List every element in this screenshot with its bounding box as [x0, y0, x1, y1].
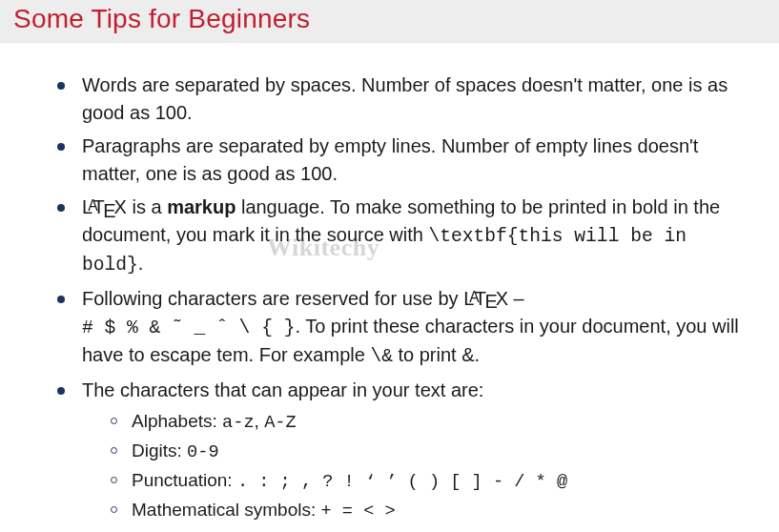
item-text: is a [127, 196, 167, 217]
sub-label: Digits: [132, 440, 187, 460]
sub-list: Alphabets: a-z, A-Z Digits: 0-9 Punctuat… [82, 408, 741, 524]
bullet-list: Words are separated by spaces. Number of… [57, 72, 741, 524]
title-band: Some Tips for Beginners [0, 0, 779, 43]
item-text: Following characters are reserved for us… [82, 288, 463, 309]
sub-label: Mathematical symbols: [132, 500, 321, 520]
code-text: . : ; , ? ! ‘ ’ ( ) [ ] - / * @ [237, 471, 567, 492]
sub-label: Alphabets: [132, 411, 222, 431]
code-text: # $ % & ˜ _ ˆ \ { } [82, 317, 295, 338]
item-text: Paragraphs are separated by empty lines.… [82, 135, 698, 184]
slide: Some Tips for Beginners Wikitechy Words … [0, 0, 779, 532]
list-item: Mathematical symbols: + = < > [111, 497, 741, 524]
list-item: The characters that can appear in your t… [57, 377, 741, 524]
list-item: Digits: 0-9 [111, 438, 741, 465]
list-item: Punctuation: . : ; , ? ! ‘ ’ ( ) [ ] - /… [111, 467, 741, 495]
list-item: Following characters are reserved for us… [57, 285, 741, 371]
item-text: , [255, 411, 265, 431]
slide-body: Words are separated by spaces. Number of… [0, 43, 779, 532]
sub-label: Punctuation: [132, 470, 237, 490]
list-item: Alphabets: a-z, A-Z [111, 408, 741, 436]
code-text: + = < > [321, 501, 396, 522]
item-text: . [138, 253, 144, 274]
item-text: – [508, 288, 524, 309]
item-text: Words are separated by spaces. Number of… [82, 74, 728, 123]
code-text: 0-9 [187, 441, 219, 462]
item-text: The characters that can appear in your t… [82, 379, 483, 400]
list-item: LATEX is a markup language. To make some… [57, 194, 741, 279]
slide-title: Some Tips for Beginners [13, 4, 766, 34]
code-text: A-Z [264, 412, 297, 433]
latex-logo: LATEX [82, 196, 127, 217]
code-text: a-z [222, 412, 255, 433]
latex-logo: LATEX [463, 288, 508, 309]
list-item: Words are separated by spaces. Number of… [57, 72, 741, 127]
item-text: to print &. [393, 344, 480, 365]
bold-word: markup [167, 196, 236, 217]
code-text: \& [370, 346, 393, 367]
list-item: Paragraphs are separated by empty lines.… [57, 133, 741, 188]
